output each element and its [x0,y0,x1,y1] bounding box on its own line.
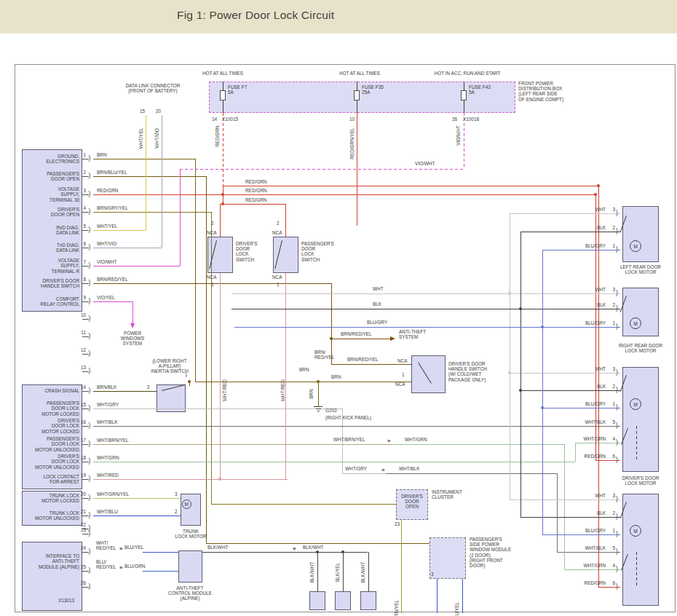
wire-label: WHT/BLK [561,419,606,425]
pin-number: 12 [74,347,86,352]
wire-rg [223,186,598,186]
wire-label: BLK/YEL [335,563,340,582]
ground-id: G203 [325,408,337,413]
junction-dot [519,389,522,392]
passenger-window-module-label: PASSENGER'S SIDE POWER WINDOW MODULE (2 … [470,537,511,568]
left-connector-row-label: DRIVER'S DOOR LOCK MOTOR LOCKED [24,418,79,434]
left-connector-row-label: LOCK CONTACT FOR ARREST [24,474,79,484]
wire-label: BLK/WHT [309,562,314,583]
connector-bracket-icon: ) [89,387,91,393]
wire-label: BLK [373,301,381,307]
pin-number: 26 [452,117,457,122]
left-connector-row-label: COMFORT RELAY CONTROL [24,296,79,307]
wire-blk [464,82,464,90]
wire-label: BLU/GRY [561,401,606,406]
fuse-element-2 [354,90,360,100]
wire-wg [564,569,620,570]
connector-bracket-icon: ) [89,208,91,214]
passengers-door-lock-switch-label: PASSENGER'S DOOR LOCK SWITCH [301,241,334,262]
junction-dot [541,325,544,328]
instrument-cluster-label: INSTRUMENT CLUSTER [432,489,462,499]
wire-label: BLK [561,302,606,307]
wire-label: BRN [299,367,309,372]
wire-wb [93,426,620,427]
wire-label: BLK [561,510,606,516]
wire-label: VIO/WHT [97,259,116,264]
pin-number: 10 [349,117,355,122]
wire-wr [285,273,286,479]
wire-blk [520,232,620,232]
wire-label: WHT [561,493,606,498]
connector-bracket-icon: ) [89,298,91,304]
connector-bracket-icon: ) [89,173,91,178]
wire-rg [93,194,595,195]
wire-wht [510,213,510,499]
connector-bracket-icon: ) [89,350,91,356]
wire-label: RED/GRN [245,179,266,184]
wire-bg [143,571,178,572]
wire-label: BRN [97,152,107,157]
pin-number: 2 [609,302,615,307]
wire-bb [93,391,157,392]
connector-id: X13013 [58,598,74,603]
wire-label: WHT [561,287,606,292]
connector-bracket-icon: ) [89,191,91,197]
pin-number: 3 [609,493,615,498]
left-connector-row-label: DRIVER'S DOOR OPEN [24,207,79,217]
wire-bw [343,552,344,591]
connector-bracket-icon: ) [89,422,91,428]
left-connector-row-label: VOLTAGE SUPPLY, TERMINAL 30 [24,186,79,202]
motor-icon: M [630,525,641,537]
passengers-door-lock-switch-box [273,237,298,273]
power-windows-arrow-icon [130,323,135,328]
drivers-door-open-label: DRIVER'S DOOR OPEN [401,494,423,510]
left-connector-row-label: PASSENGER'S DOOR LOCK MOTOR LOCKED [24,400,79,416]
junction-dot [188,380,191,383]
wire-label: BRN/RED/YEL [97,277,128,282]
wire-label: BRN/RED/YEL [341,331,372,336]
wire-vw [93,266,180,266]
connector-bracket-icon: ) [616,496,618,502]
pin-number: 5 [609,545,615,550]
wire-wht [510,213,620,214]
wire-bgy [93,212,211,213]
wire-wgyl [93,498,181,499]
wire-wr [220,273,221,479]
wire-label: WHT/BLK [97,419,117,425]
anti-theft-module-label: ANTI-THEFT CONTROL MODULE (ALPINE) [168,585,212,601]
wire-bgr [542,250,543,534]
wire-rg [285,204,286,237]
wire-label: WHT/BLU [97,509,118,514]
wire-bry [331,339,392,339]
wire-blk [223,100,223,113]
wire-label: WHT/RED [280,379,285,401]
wire-label: BRN [331,374,341,379]
anti-theft-arrow-icon [390,336,395,341]
wire-label: WHT [561,366,606,371]
wire-by [437,579,438,613]
connector-bracket-icon: ) [89,494,91,500]
wire-bgr [542,408,620,408]
wire-label: WHT [561,207,606,212]
wire-wb [557,552,620,553]
wire-label: WHT/BRN/YEL [333,437,365,442]
connector-bracket-icon: ) [616,210,618,216]
pin-number: 24 [74,545,86,550]
wire-label: VIO/YEL [97,295,115,300]
pin-number: 2 [175,509,178,514]
wire-vy [132,301,133,325]
wire-wby [93,444,393,445]
junction-dot [341,550,344,553]
pin-number: 2 [211,221,214,226]
left-connector-row-label: GROUND, ELECTRONICS [24,154,79,164]
junction-dot [221,193,224,196]
wire-blk [317,411,320,411]
connector-bracket-icon: ) [89,155,91,161]
junction-dot [317,380,320,383]
connector-bracket-icon: ) [89,583,91,589]
wire-label: RED/GRN [97,188,118,193]
wire-label: RED/GRN [561,454,606,459]
wire-vw [180,169,181,266]
wire-brn [93,159,195,159]
wire-label: RED/GRN [215,125,220,146]
